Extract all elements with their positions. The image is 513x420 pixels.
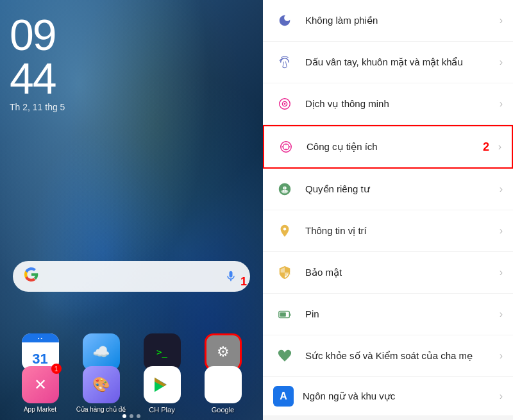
store-icon: 🎨: [83, 366, 120, 403]
settings-text-bao-mat: Bảo mật: [305, 266, 494, 279]
phone-screen: 09 44 Th 2, 11 thg 5 1 ▪ ▪: [0, 0, 263, 420]
dot-3: [137, 414, 140, 418]
setting-title: Dấu vân tay, khuôn mặt và mật khẩu: [305, 56, 494, 69]
privacy-icon: [273, 178, 296, 201]
dot-2: [130, 414, 133, 418]
chevron-icon: ›: [498, 141, 501, 153]
time-display: 09 44 Th 2, 11 thg 5: [10, 13, 253, 112]
appmarket-badge: 1: [51, 364, 62, 374]
setting-title: Pin: [305, 308, 494, 321]
google-grid-icon: [205, 366, 242, 403]
settings-item-cong-cu-tien-ich[interactable]: Công cụ tiện ích 2 ›: [263, 125, 513, 169]
settings-text-suc-khoe-so: Sức khỏe số và Kiểm soát của cha mẹ: [305, 349, 494, 362]
settings-item-ngon-ngu[interactable]: A Ngôn ngữ và khu vực ›: [263, 377, 513, 416]
app-item-chplay[interactable]: CH Play: [135, 366, 189, 414]
settings-text-thong-tin-vi-tri: Thông tin vị trí: [305, 224, 494, 237]
chevron-icon: ›: [500, 267, 503, 278]
smart-service-icon: [273, 92, 296, 115]
clock-icon: >_: [144, 333, 181, 371]
chevron-icon: ›: [500, 308, 503, 320]
settings-item-bao-mat[interactable]: Bảo mật ›: [263, 252, 513, 294]
chplay-icon: [144, 366, 181, 403]
settings-text-dich-vu: Dịch vụ thông minh: [305, 97, 494, 110]
setting-title: Dịch vụ thông minh: [305, 97, 494, 110]
settings-text-ngon-ngu: Ngôn ngữ và khu vực: [303, 390, 494, 403]
setting-title: Công cụ tiện ích: [307, 140, 493, 153]
setting-title: Không làm phiền: [305, 14, 494, 27]
app-item-google[interactable]: Google: [196, 366, 250, 414]
svg-point-2: [284, 103, 286, 105]
chevron-icon: ›: [500, 225, 503, 237]
phone-content: 09 44 Th 2, 11 thg 5: [0, 0, 263, 118]
settings-panel: Không làm phiền › Dấu vân tay, khuôn mặt…: [263, 0, 513, 420]
app-label-chplay: CH Play: [149, 406, 174, 414]
app-label-appmarket: App Market: [24, 406, 56, 413]
app-label-store: Cửa hàng chủ đề: [76, 406, 126, 413]
google-g-logo: [24, 267, 38, 285]
language-icon: A: [273, 386, 294, 407]
svg-rect-6: [280, 312, 286, 316]
chevron-icon: ›: [500, 183, 503, 195]
settings-icon: ⚙: [205, 333, 242, 371]
search-bar[interactable]: [13, 261, 250, 292]
chevron-icon: ›: [500, 391, 503, 402]
settings-item-khong-lam-phien[interactable]: Không làm phiền ›: [263, 0, 513, 42]
app-item-appmarket[interactable]: ✕ 1 App Market: [13, 366, 67, 414]
security-icon: [273, 261, 296, 284]
step1-label: 1: [240, 275, 247, 289]
step2-label: 2: [483, 140, 489, 154]
time-minute: 44: [10, 56, 253, 100]
setting-title: Thông tin vị trí: [305, 224, 494, 237]
settings-item-quyen-rieng-tu[interactable]: Quyền riêng tư ›: [263, 169, 513, 210]
settings-item-dich-vu-thong-minh[interactable]: Dịch vụ thông minh ›: [263, 83, 513, 125]
chevron-icon: ›: [500, 56, 503, 68]
appmarket-icon: ✕ 1: [22, 366, 59, 403]
moon-icon: [273, 9, 296, 32]
settings-item-thong-tin-vi-tri[interactable]: Thông tin vị trí ›: [263, 210, 513, 252]
page-indicator: [122, 414, 140, 418]
setting-title: Ngôn ngữ và khu vực: [303, 390, 494, 403]
tools-icon: [274, 135, 298, 158]
dot-1: [122, 414, 126, 418]
bottom-app-row: ✕ 1 App Market 🎨 Cửa hàng chủ đề CH Play: [6, 366, 256, 414]
settings-text-pin: Pin: [305, 308, 494, 321]
settings-text-quyen-rieng-tu: Quyền riêng tư: [305, 183, 494, 196]
date-display: Th 2, 11 thg 5: [10, 103, 253, 112]
settings-item-suc-khoe-so[interactable]: Sức khỏe số và Kiểm soát của cha mẹ ›: [263, 335, 513, 377]
setting-title: Sức khỏe số và Kiểm soát của cha mẹ: [305, 349, 494, 362]
app-item-store[interactable]: 🎨 Cửa hàng chủ đề: [74, 366, 128, 414]
setting-title: Quyền riêng tư: [305, 183, 494, 196]
calendar-date: 31: [32, 351, 47, 367]
settings-text-cong-cu: Công cụ tiện ích: [307, 140, 493, 153]
settings-text-khong-lam-phien: Không làm phiền: [305, 14, 494, 27]
time-hour: 09: [10, 13, 253, 56]
setting-title: Bảo mật: [305, 266, 494, 279]
settings-text-dau-van-tay: Dấu vân tay, khuôn mặt và mật khẩu: [305, 56, 494, 69]
chevron-icon: ›: [500, 350, 503, 362]
weather-icon: ☁️: [83, 333, 120, 371]
chevron-icon: ›: [500, 98, 503, 110]
battery-icon: [273, 303, 296, 326]
location-icon: [273, 219, 296, 242]
settings-item-dau-van-tay[interactable]: Dấu vân tay, khuôn mặt và mật khẩu ›: [263, 42, 513, 83]
fingerprint-icon: [273, 51, 296, 74]
mic-icon[interactable]: [223, 269, 239, 284]
chevron-icon: ›: [500, 15, 503, 26]
app-label-google: Google: [212, 406, 234, 414]
health-icon: [273, 344, 296, 367]
settings-item-pin[interactable]: Pin ›: [263, 294, 513, 335]
